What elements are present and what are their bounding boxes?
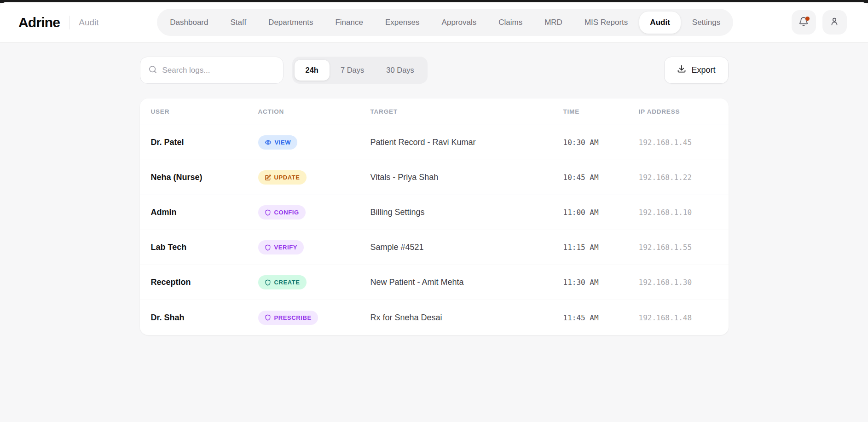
time-cell: 11:30 AM xyxy=(563,278,639,287)
action-cell: VIEW xyxy=(258,135,370,150)
action-label: PRESCRIBE xyxy=(274,314,312,321)
header-actions xyxy=(792,10,847,35)
nav-item-audit[interactable]: Audit xyxy=(639,12,680,34)
nav-item-claims[interactable]: Claims xyxy=(488,12,533,34)
time-cell: 11:45 AM xyxy=(563,313,639,322)
shield-icon xyxy=(265,244,271,251)
primary-nav: DashboardStaffDepartmentsFinanceExpenses… xyxy=(157,9,733,36)
user-cell: Dr. Patel xyxy=(151,138,258,147)
toolbar: 24h7 Days30 Days Export xyxy=(140,57,729,84)
nav-item-staff[interactable]: Staff xyxy=(220,12,257,34)
action-cell: CREATE xyxy=(258,275,370,289)
table-row: Lab TechVERIFYSample #452111:15 AM192.16… xyxy=(140,230,729,265)
nav-item-finance[interactable]: Finance xyxy=(324,12,373,34)
nav-item-departments[interactable]: Departments xyxy=(258,12,324,34)
profile-button[interactable] xyxy=(822,10,847,35)
nav-item-approvals[interactable]: Approvals xyxy=(431,12,487,34)
column-header-ip-address: IP Address xyxy=(639,108,718,115)
action-badge: VERIFY xyxy=(258,240,304,254)
action-badge: CREATE xyxy=(258,275,307,289)
action-badge: VIEW xyxy=(258,135,298,150)
action-label: CONFIG xyxy=(274,209,299,216)
time-cell: 11:15 AM xyxy=(563,243,639,252)
target-cell: Rx for Sneha Desai xyxy=(370,313,563,323)
edit-icon xyxy=(265,174,271,181)
action-label: VIEW xyxy=(275,139,291,146)
action-label: CREATE xyxy=(274,279,300,286)
target-cell: Billing Settings xyxy=(370,208,563,217)
download-icon xyxy=(677,64,686,76)
ip-cell: 192.168.1.10 xyxy=(639,208,718,217)
brand-divider xyxy=(69,16,69,29)
shield-icon xyxy=(265,279,271,286)
table-header-row: UserActionTargetTimeIP Address xyxy=(140,98,729,125)
export-button[interactable]: Export xyxy=(664,57,728,84)
ip-cell: 192.168.1.30 xyxy=(639,278,718,287)
user-cell: Reception xyxy=(151,277,258,287)
action-badge: CONFIG xyxy=(258,205,306,220)
shield-icon xyxy=(265,314,271,321)
action-badge: PRESCRIBE xyxy=(258,311,318,325)
target-cell: Sample #4521 xyxy=(370,243,563,252)
nav-item-mrd[interactable]: MRD xyxy=(534,12,573,34)
ip-cell: 192.168.1.48 xyxy=(639,313,718,322)
page-title: Audit xyxy=(79,17,98,28)
search-icon xyxy=(148,65,157,76)
nav-item-settings[interactable]: Settings xyxy=(682,12,731,34)
nav-item-dashboard[interactable]: Dashboard xyxy=(159,12,219,34)
time-filter-7-days[interactable]: 7 Days xyxy=(330,60,375,81)
action-cell: PRESCRIBE xyxy=(258,311,370,325)
user-icon xyxy=(829,17,839,28)
time-cell: 10:30 AM xyxy=(563,138,639,147)
action-cell: CONFIG xyxy=(258,205,370,220)
search-box xyxy=(140,57,284,84)
column-header-target: Target xyxy=(370,108,563,115)
user-cell: Neha (Nurse) xyxy=(151,173,258,182)
table-row: Neha (Nurse)UPDATEVitals - Priya Shah10:… xyxy=(140,160,729,195)
time-filter-24h[interactable]: 24h xyxy=(295,60,330,81)
action-cell: UPDATE xyxy=(258,170,370,185)
time-filter-30-days[interactable]: 30 Days xyxy=(375,60,425,81)
eye-icon xyxy=(265,139,272,146)
time-cell: 11:00 AM xyxy=(563,208,639,217)
user-cell: Dr. Shah xyxy=(151,313,258,323)
search-input[interactable] xyxy=(162,66,275,75)
main-content: 24h7 Days30 Days Export UserActionTarget… xyxy=(140,57,729,335)
brand-logo: Adrine xyxy=(18,15,60,30)
column-header-user: User xyxy=(151,108,258,115)
nav-item-mis-reports[interactable]: MIS Reports xyxy=(574,12,638,34)
user-cell: Lab Tech xyxy=(151,243,258,252)
app-header: Adrine Audit DashboardStaffDepartmentsFi… xyxy=(0,2,868,42)
table-row: Dr. ShahPRESCRIBERx for Sneha Desai11:45… xyxy=(140,300,729,335)
audit-log-table: UserActionTargetTimeIP Address Dr. Patel… xyxy=(140,98,729,335)
time-filter-tabs: 24h7 Days30 Days xyxy=(292,57,428,84)
time-cell: 10:45 AM xyxy=(563,173,639,182)
target-cell: Patient Record - Ravi Kumar xyxy=(370,138,563,147)
action-label: VERIFY xyxy=(274,244,298,251)
shield-icon xyxy=(265,209,271,216)
action-label: UPDATE xyxy=(274,174,300,181)
ip-cell: 192.168.1.45 xyxy=(639,138,718,147)
notification-dot xyxy=(805,17,810,21)
user-cell: Admin xyxy=(151,208,258,217)
export-label: Export xyxy=(691,65,715,75)
table-row: ReceptionCREATENew Patient - Amit Mehta1… xyxy=(140,265,729,300)
column-header-time: Time xyxy=(563,108,639,115)
ip-cell: 192.168.1.55 xyxy=(639,243,718,252)
table-row: Dr. PatelVIEWPatient Record - Ravi Kumar… xyxy=(140,125,729,160)
ip-cell: 192.168.1.22 xyxy=(639,173,718,182)
column-header-action: Action xyxy=(258,108,370,115)
audit-table-body: Dr. PatelVIEWPatient Record - Ravi Kumar… xyxy=(140,125,729,335)
target-cell: Vitals - Priya Shah xyxy=(370,173,563,182)
action-cell: VERIFY xyxy=(258,240,370,254)
notifications-button[interactable] xyxy=(792,10,816,35)
nav-item-expenses[interactable]: Expenses xyxy=(375,12,430,34)
target-cell: New Patient - Amit Mehta xyxy=(370,277,563,287)
page: Adrine Audit DashboardStaffDepartmentsFi… xyxy=(0,2,868,422)
table-row: AdminCONFIGBilling Settings11:00 AM192.1… xyxy=(140,195,729,230)
action-badge: UPDATE xyxy=(258,170,307,185)
